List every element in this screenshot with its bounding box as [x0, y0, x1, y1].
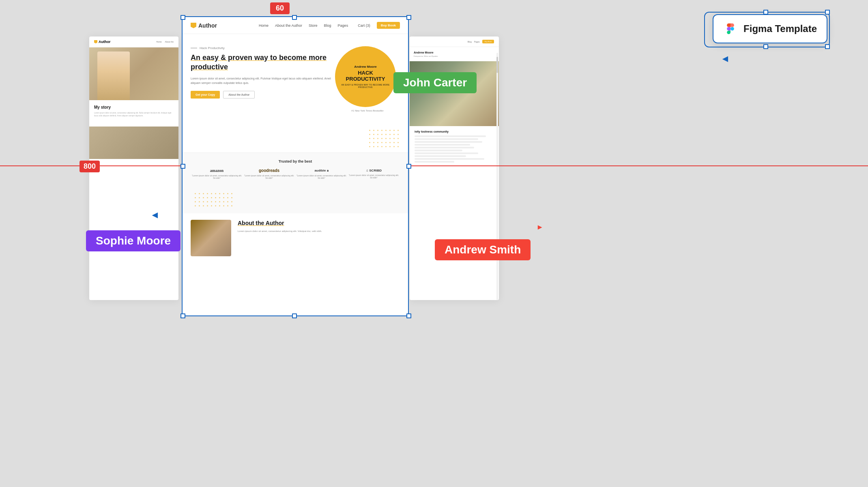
sophie-moore-label: Sophie Moore: [86, 230, 180, 251]
nav-buy-btn[interactable]: Buy Book: [377, 22, 400, 29]
dots-grid-1: [369, 130, 400, 148]
figma-handle-tr[interactable]: [763, 10, 768, 15]
left-frame-navlinks: Home About the: [156, 41, 174, 43]
main-frame: Author Home About the Author Store Blog …: [182, 16, 409, 316]
site-logo: Author: [191, 22, 217, 29]
figma-template-text: Figma Template: [743, 23, 817, 34]
right-frame-books-image: [410, 61, 499, 126]
dots-grid-2: [195, 193, 234, 208]
right-frame-hero-sub: Entrepreneur, Writer and Speaker: [414, 55, 495, 57]
right-frame-scrollbar: [496, 53, 498, 300]
selection-handle-middle-right[interactable]: [406, 164, 411, 169]
amazon-desc: "Lorem ipsum dolor sit amet, consectetur…: [191, 174, 243, 179]
bestseller-tag: #1 New York Times Bestseller: [335, 109, 400, 112]
trusted-title: Trusted by the best: [191, 159, 400, 163]
left-background-frame: Author Home About the My story Lorem ips…: [89, 36, 178, 300]
selection-handle-top-left[interactable]: [180, 15, 185, 20]
selection-handle-top-middle[interactable]: [292, 15, 297, 20]
dots-area: [183, 120, 408, 152]
hero-circle: Andrew Moore HACK PRODUCTIVITY AN EASY &…: [335, 46, 396, 107]
about-image: [191, 220, 231, 256]
about-title-part1: About the: [238, 220, 266, 226]
right-frame-navlinks: Blog Pages Buy Book: [468, 40, 494, 43]
about-author-button[interactable]: About the Author: [223, 91, 255, 99]
hero-right: Andrew Moore HACK PRODUCTIVITY AN EASY &…: [335, 46, 400, 112]
about-title-highlight: Author: [266, 220, 284, 226]
ruler-left-label: 800: [79, 161, 100, 172]
left-frame-logo: Author: [94, 40, 111, 44]
right-frame-hero: Andrew Moore Entrepreneur, Writer and Sp…: [410, 47, 499, 61]
circle-author: Andrew Moore: [354, 65, 377, 69]
goodreads-desc: "Lorem ipsum dolor sit amet, consectetur…: [243, 174, 295, 179]
figma-template-badge: Figma Template: [713, 14, 827, 43]
right-frame-text-lines: [415, 135, 494, 163]
figma-handle-bl[interactable]: [825, 44, 830, 49]
left-frame-content: My story Lorem ipsum dolor sit amet, con…: [89, 100, 178, 122]
canvas: 60 800 Author Home About the My story Lo…: [0, 0, 868, 487]
hero-left: Hack Productivity An easy & proven way t…: [191, 46, 331, 112]
left-frame-hero-person: [97, 51, 130, 100]
selection-handle-bottom-left[interactable]: [180, 313, 185, 318]
audible-logo: audible 𝐚: [295, 169, 348, 173]
right-frame-buy-btn: Buy Book: [482, 40, 494, 43]
selection-handle-middle-left[interactable]: [180, 164, 185, 169]
circle-sub: AN EASY & PROVEN WAY TO BECOME MORE PROD…: [339, 84, 392, 88]
nav-cart: Cart (3): [358, 24, 370, 28]
about-desc: Lorem ipsum dolor sit amet, consectetur …: [238, 230, 400, 234]
audible-logo-col: audible 𝐚 "Lorem ipsum dolor sit amet, c…: [295, 169, 348, 179]
john-carter-label: John Carter: [393, 72, 477, 93]
right-frame-section-title: ivity toolness community: [415, 130, 494, 133]
right-frame-hero-title: Andrew Moore: [414, 51, 495, 54]
hero-desc: Lorem ipsum dolor sit amet, consectetur …: [191, 76, 331, 85]
selection-handle-bottom-middle[interactable]: [292, 313, 297, 318]
scribd-desc: "Lorem ipsum dolor sit amet, consectetur…: [348, 174, 400, 179]
ruler-top-label: 60: [270, 2, 290, 14]
logos-row: amazon "Lorem ipsum dolor sit amet, cons…: [191, 168, 400, 179]
hero-title-part1: An easy & proven way to become: [191, 54, 309, 62]
about-title: About the Author: [238, 220, 400, 226]
right-frame-scrollbar-thumb[interactable]: [496, 57, 498, 73]
dots-section-2: [183, 189, 408, 213]
hero-title: An easy & proven way to become more prod…: [191, 53, 331, 72]
figma-icon: [723, 21, 738, 36]
trusted-section: Trusted by the best amazon "Lorem ipsum …: [183, 152, 408, 189]
hero-section: Hack Productivity An easy & proven way t…: [183, 34, 408, 120]
scribd-logo-col: ♫ SCRIBD "Lorem ipsum dolor sit amet, co…: [348, 169, 400, 179]
about-image-inner: [191, 220, 231, 256]
site-logo-icon: [191, 23, 196, 28]
amazon-logo: amazon: [191, 168, 243, 173]
about-section: About the Author Lorem ipsum dolor sit a…: [183, 213, 408, 263]
hero-eyebrow: Hack Productivity: [191, 46, 331, 50]
left-frame-logo-icon: [94, 40, 97, 43]
andrew-smith-label: Andrew Smith: [435, 239, 531, 260]
selection-handle-bottom-right[interactable]: [406, 313, 411, 318]
goodreads-logo-col: goodreads "Lorem ipsum dolor sit amet, c…: [243, 168, 295, 179]
left-frame-my-story: My story: [94, 105, 174, 109]
cursor-arrow-red: ►: [536, 223, 544, 232]
cursor-arrow-top-right: ►: [720, 54, 730, 65]
ruler-line-horizontal: [0, 165, 868, 166]
left-frame-nav: Author Home About the: [89, 36, 178, 47]
cursor-arrow-left: ►: [150, 209, 160, 221]
right-frame-content: ivity toolness community: [410, 126, 499, 168]
left-frame-hero-image: [89, 47, 178, 100]
circle-title: HACK PRODUCTIVITY: [339, 70, 392, 82]
about-right: About the Author Lorem ipsum dolor sit a…: [238, 220, 400, 256]
selection-handle-top-right[interactable]: [406, 15, 411, 20]
scribd-logo: ♫ SCRIBD: [348, 169, 400, 172]
get-copy-button[interactable]: Get your Copy: [191, 91, 220, 99]
figma-handle-tl[interactable]: [825, 10, 830, 15]
amazon-logo-col: amazon "Lorem ipsum dolor sit amet, cons…: [191, 168, 243, 179]
hero-buttons: Get your Copy About the Author: [191, 91, 331, 99]
audible-desc: "Lorem ipsum dolor sit amet, consectetur…: [295, 174, 348, 179]
figma-handle-br[interactable]: [763, 44, 768, 49]
nav-links: Home About the Author Store Blog Pages: [259, 24, 348, 28]
right-frame-hero-text: Andrew Moore Entrepreneur, Writer and Sp…: [414, 51, 495, 57]
left-frame-footer-image: [89, 127, 178, 159]
goodreads-logo: goodreads: [243, 168, 295, 173]
left-frame-lorem: Lorem ipsum dolor sit amet, consectetur …: [94, 112, 174, 118]
right-frame-nav: Blog Pages Buy Book: [410, 36, 499, 47]
